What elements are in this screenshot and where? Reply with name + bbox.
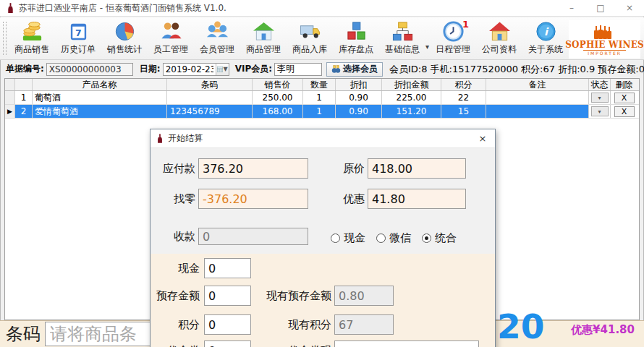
received-label: 收款 (151, 228, 195, 245)
toolbar-item-label: 日程管理 (436, 43, 470, 56)
delete-button[interactable]: X (614, 106, 635, 117)
brand-name: SOPHIE WINES (565, 40, 644, 50)
toolbar-item-base-info[interactable]: 基础信息 (379, 20, 425, 56)
vip-member-input[interactable] (274, 63, 322, 76)
wine-bottle-icon (7, 3, 14, 14)
prepaid-label: 预存金额 (151, 286, 200, 306)
toolbar-item-about[interactable]: i 关于系统 (522, 20, 569, 56)
radio-cash[interactable]: 现金 (331, 231, 365, 245)
toolbar-item-label: 基础信息 (385, 43, 420, 56)
table-row-selected[interactable]: ▶ 2 爱情葡萄酒 123456789 168.00 1 0.90 151.20… (5, 105, 639, 119)
points-label: 积分 (151, 314, 200, 335)
points-input[interactable] (204, 314, 251, 335)
toolbar-item-label: 会员管理 (200, 43, 234, 56)
voucher-input[interactable] (204, 340, 251, 347)
voucher-label: 代金券 (151, 340, 200, 347)
discount-label: 优惠 (317, 189, 365, 209)
toolbar-item-label: 公司资料 (482, 43, 517, 56)
header-delete: 删除 (611, 79, 637, 90)
toolbar-gripper (3, 22, 7, 55)
dialog-close-button[interactable]: × (470, 129, 495, 147)
date-input[interactable] (164, 64, 216, 75)
original-price-label: 原价 (317, 158, 365, 179)
header-price: 销售价 (253, 79, 303, 90)
member-info: 会员ID:8 手机:15177520000 积分:67 折扣:0.9 预存金额:… (389, 63, 644, 76)
voucher-cash-input[interactable] (334, 340, 479, 347)
toolbar-item-label: 员工管理 (153, 43, 188, 56)
toolbar-item-label: 库存盘点 (339, 43, 373, 56)
prepaid-balance-input[interactable] (334, 286, 394, 306)
settlement-dialog: 开始结算 × 应付款 原价 找零 优惠 收款 现金 微信 统合 现金 预存金额 … (150, 129, 496, 347)
toolbar: 商品销售 7 历史订单 销售统计 员工管理 会员管理 商品管理 商品入库 库存盘… (0, 17, 644, 60)
header-discount-amount: 折扣金额 (382, 79, 441, 90)
toolbar-item-schedule[interactable]: 1 日程管理 (430, 20, 476, 56)
total-amount-partial: 20 (497, 308, 544, 346)
toolbar-item-staff-management[interactable]: 员工管理 (148, 20, 194, 56)
dialog-title-bar: 开始结算 × (151, 129, 495, 148)
discount-input[interactable] (368, 189, 466, 209)
order-no-input[interactable] (46, 63, 133, 76)
header-discount: 折扣 (336, 79, 382, 90)
status-dropdown[interactable]: ▾ (591, 106, 609, 116)
cell-note (486, 105, 589, 118)
points-balance-label: 现有积分 (252, 314, 331, 335)
points-balance-input[interactable] (334, 314, 394, 335)
status-dropdown[interactable]: ▾ (591, 93, 609, 103)
employees-icon (160, 20, 182, 43)
table-header: 产品名称 条码 销售价 数量 折扣 折扣金额 积分 备注 状态 删除 (5, 79, 639, 91)
toolbar-item-product-sales[interactable]: 商品销售 (9, 20, 55, 56)
info-icon: i (535, 20, 557, 43)
prepaid-input[interactable] (204, 286, 251, 306)
toolbar-item-stock-in[interactable]: 商品入库 (287, 20, 333, 56)
minimize-button[interactable]: – (557, 0, 586, 16)
cell-note (486, 91, 589, 104)
calendar-grid-icon (217, 67, 223, 72)
members-icon (206, 20, 229, 43)
toolbar-item-company-info[interactable]: 公司资料 (476, 20, 522, 56)
payment-method-radios: 现金 微信 统合 (331, 229, 457, 247)
window-title: 苏菲进口酒业平南店 - 恒泰葡萄酒门面销售系统 V1.0. (19, 2, 226, 14)
cell-barcode: 123456789 (167, 105, 253, 118)
wine-bottles-icon (583, 25, 627, 40)
brand-subtitle: IMPORTER (583, 50, 626, 56)
green-house-icon (253, 20, 275, 43)
maximize-button[interactable]: □ (586, 0, 615, 16)
cell-discount: 0.90 (336, 105, 382, 118)
brand-logo: SOPHIE WINES IMPORTER (569, 20, 640, 59)
received-input[interactable] (198, 228, 308, 245)
table-row[interactable]: 1 葡萄酒 250.00 1 0.90 225.00 22 ▾ X (5, 91, 639, 105)
toolbar-overflow-arrow[interactable]: ▾ (425, 43, 429, 51)
cubes-icon (345, 20, 368, 43)
original-price-input[interactable] (368, 158, 466, 179)
binoculars-icon (331, 64, 341, 74)
toolbar-item-label: 历史订单 (61, 43, 96, 56)
svg-text:7: 7 (75, 27, 82, 38)
delete-button[interactable]: X (614, 93, 635, 103)
pie-chart-icon (114, 20, 136, 43)
toolbar-item-member-management[interactable]: 会员管理 (194, 20, 240, 56)
schedule-badge: 1 (462, 19, 469, 30)
radio-circle-selected (422, 234, 431, 243)
payable-input[interactable] (198, 158, 308, 179)
change-input[interactable] (198, 189, 308, 209)
toolbar-item-sales-stats[interactable]: 销售统计 (101, 20, 148, 56)
toolbar-item-order-history[interactable]: 7 历史订单 (55, 20, 101, 56)
cell-discount-amount: 225.00 (382, 91, 441, 104)
close-button[interactable]: × (615, 0, 644, 16)
toolbar-item-product-management[interactable]: 商品管理 (240, 20, 287, 56)
toolbar-item-label: 关于系统 (528, 43, 563, 56)
discount-total: 优惠¥41.80 (571, 323, 635, 337)
cell-points: 22 (441, 91, 486, 104)
calendar-icon: 7 (67, 20, 90, 43)
cash-label: 现金 (151, 258, 200, 278)
clock-icon (442, 20, 465, 43)
select-member-button[interactable]: 选择会员 (326, 62, 383, 77)
radio-combined[interactable]: 统合 (422, 231, 457, 245)
change-label: 找零 (151, 189, 195, 209)
radio-wechat[interactable]: 微信 (376, 231, 411, 245)
row-selected-marker: ▶ (5, 105, 15, 118)
cash-input[interactable] (204, 258, 251, 278)
toolbar-item-inventory-check[interactable]: 库存盘点 (333, 20, 379, 56)
date-dropdown-button[interactable]: ▼ (216, 64, 229, 75)
toolbar-item-label: 商品管理 (246, 43, 281, 56)
